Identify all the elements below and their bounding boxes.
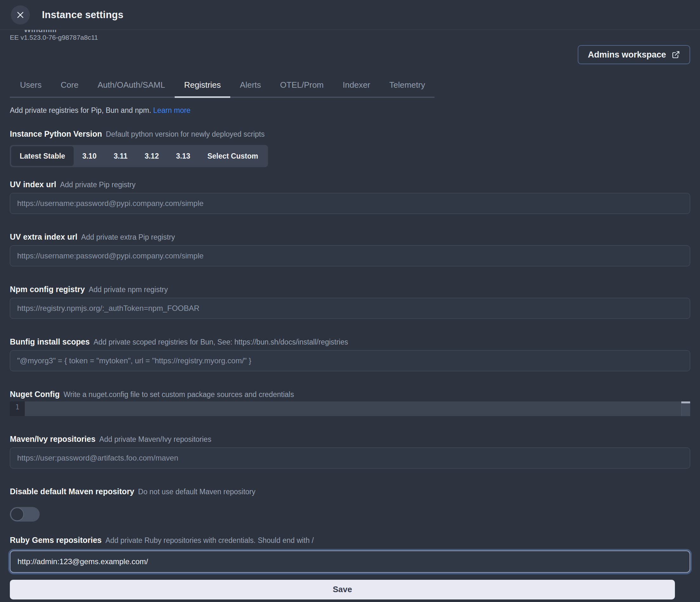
disable-default-maven-toggle[interactable]: [10, 507, 40, 522]
npm-config-registry-section: Npm config registry Add private npm regi…: [10, 285, 690, 319]
workspace-button-row: Admins workspace: [10, 45, 690, 64]
nuget-config-code-editor[interactable]: 1: [10, 402, 690, 416]
registries-intro: Add private registries for Pip, Bun and …: [10, 106, 690, 115]
bunfig-install-scopes-description: Add private scoped registries for Bun, S…: [93, 338, 348, 346]
external-link-icon: [672, 51, 680, 59]
uv-index-url-description: Add private Pip registry: [60, 180, 135, 189]
uv-index-url-input[interactable]: [10, 193, 690, 214]
python-version-selector: Latest Stable 3.10 3.11 3.12 3.13 Select…: [10, 145, 268, 167]
python-version-description: Default python version for newly deploye…: [106, 130, 265, 139]
uv-extra-index-url-label: UV extra index url: [10, 232, 77, 242]
modal-header: Instance settings: [0, 0, 700, 30]
version-text: EE v1.523.0-76-g98787a8c11: [10, 34, 690, 41]
ruby-gems-input[interactable]: [10, 551, 690, 573]
nuget-config-description: Write a nuget.config file to set custom …: [64, 390, 294, 399]
tab-auth-oauth-saml[interactable]: Auth/OAuth/SAML: [88, 80, 174, 98]
nuget-config-label: Nuget Config: [10, 390, 60, 399]
close-button[interactable]: [11, 5, 30, 24]
maven-repositories-input[interactable]: [10, 448, 690, 468]
ruby-gems-section: Ruby Gems repositories Add private Ruby …: [10, 535, 690, 573]
python-option-3-12[interactable]: 3.12: [136, 146, 167, 166]
close-icon: [16, 10, 25, 19]
admins-workspace-button[interactable]: Admins workspace: [578, 45, 690, 64]
learn-more-link[interactable]: Learn more: [153, 106, 191, 115]
bunfig-install-scopes-section: Bunfig install scopes Add private scoped…: [10, 337, 690, 371]
nuget-config-section: Nuget Config Write a nuget.config file t…: [10, 390, 690, 416]
bunfig-install-scopes-label: Bunfig install scopes: [10, 337, 90, 346]
uv-extra-index-url-description: Add private extra Pip registry: [81, 233, 175, 242]
intro-text: Add private registries for Pip, Bun and …: [10, 106, 151, 115]
editor-code-area[interactable]: [25, 402, 690, 416]
uv-extra-index-url-input[interactable]: [10, 245, 690, 266]
tab-alerts[interactable]: Alerts: [230, 80, 270, 98]
maven-repositories-description: Add private Maven/Ivy repositories: [99, 435, 211, 444]
python-option-3-10[interactable]: 3.10: [74, 146, 105, 166]
python-option-latest-stable[interactable]: Latest Stable: [11, 146, 74, 166]
modal-content: Windmill EE v1.523.0-76-g98787a8c11 Admi…: [0, 30, 700, 599]
tab-users[interactable]: Users: [10, 80, 51, 98]
bunfig-install-scopes-input[interactable]: [10, 350, 690, 371]
disable-default-maven-label: Disable default Maven repository: [10, 487, 134, 496]
disable-default-maven-description: Do not use default Maven repository: [138, 487, 255, 496]
python-option-select-custom[interactable]: Select Custom: [199, 146, 267, 166]
npm-config-registry-input[interactable]: [10, 298, 690, 319]
editor-line-number: 1: [10, 402, 25, 416]
maven-repositories-label: Maven/Ivy repositories: [10, 434, 96, 444]
tab-core[interactable]: Core: [51, 80, 88, 98]
uv-extra-index-url-section: UV extra index url Add private extra Pip…: [10, 232, 690, 266]
save-button[interactable]: Save: [10, 580, 675, 599]
maven-repositories-section: Maven/Ivy repositories Add private Maven…: [10, 434, 690, 468]
app-name-clipped: Windmill: [10, 30, 105, 32]
instance-settings-modal: Instance settings Windmill EE v1.523.0-7…: [0, 0, 700, 599]
tab-otel-prom[interactable]: OTEL/Prom: [271, 80, 333, 98]
tab-indexer[interactable]: Indexer: [333, 80, 380, 98]
npm-config-registry-label: Npm config registry: [10, 285, 85, 294]
python-option-3-11[interactable]: 3.11: [105, 146, 136, 166]
npm-config-registry-description: Add private npm registry: [89, 285, 168, 294]
settings-tab-bar: Users Core Auth/OAuth/SAML Registries Al…: [10, 80, 434, 98]
python-version-section: Instance Python Version Default python v…: [10, 129, 690, 167]
page-title: Instance settings: [42, 9, 124, 21]
python-option-3-13[interactable]: 3.13: [167, 146, 199, 166]
disable-default-maven-section: Disable default Maven repository Do not …: [10, 487, 690, 523]
uv-index-url-section: UV index url Add private Pip registry: [10, 180, 690, 214]
toggle-knob: [10, 508, 24, 521]
ruby-gems-description: Add private Ruby repositories with crede…: [105, 536, 314, 545]
tab-telemetry[interactable]: Telemetry: [380, 80, 435, 98]
uv-index-url-label: UV index url: [10, 180, 56, 189]
editor-minimap: [681, 402, 690, 416]
ruby-gems-label: Ruby Gems repositories: [10, 535, 102, 545]
editor-minimap-slider[interactable]: [681, 402, 690, 403]
tab-registries[interactable]: Registries: [175, 80, 231, 98]
python-version-label: Instance Python Version: [10, 129, 102, 139]
